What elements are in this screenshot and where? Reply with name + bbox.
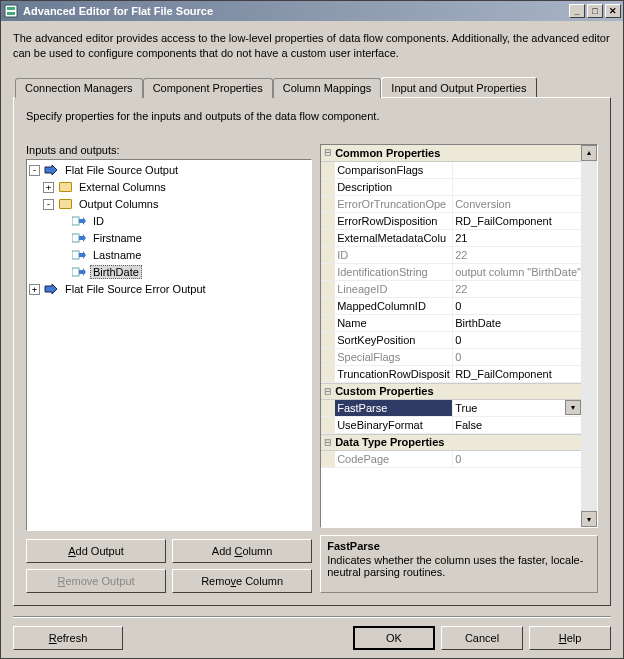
svg-rect-4: [72, 217, 79, 225]
refresh-button[interactable]: Refresh: [13, 626, 123, 650]
tab-component-properties[interactable]: Component Properties: [143, 78, 273, 98]
dropdown-icon[interactable]: ▾: [565, 400, 581, 415]
prop-row-selected[interactable]: FastParse True▾: [321, 400, 581, 417]
app-icon: [3, 3, 19, 19]
svg-marker-5: [79, 217, 86, 225]
collapse-icon[interactable]: ⊟: [321, 146, 335, 159]
prop-row[interactable]: ComparisonFlags: [321, 162, 581, 179]
prop-row[interactable]: Description: [321, 179, 581, 196]
left-column: Inputs and outputs: - Flat File Source O…: [26, 144, 312, 593]
output-icon: [43, 282, 59, 296]
tab-strip: Connection Managers Component Properties…: [15, 77, 611, 97]
close-button[interactable]: ✕: [605, 4, 621, 18]
help-button[interactable]: Help: [529, 626, 611, 650]
svg-rect-8: [72, 251, 79, 259]
tree-buttons: Add Output Add Column Remove Output Remo…: [26, 539, 312, 593]
help-text: Indicates whether the column uses the fa…: [327, 554, 591, 578]
svg-rect-1: [7, 7, 15, 10]
svg-rect-2: [7, 12, 15, 15]
window-controls: _ □ ✕: [569, 4, 621, 18]
tree-node[interactable]: External Columns: [76, 180, 169, 194]
cancel-button[interactable]: Cancel: [441, 626, 523, 650]
folder-icon: [57, 180, 73, 194]
prop-row[interactable]: UseBinaryFormatFalse: [321, 417, 581, 434]
tab-column-mappings[interactable]: Column Mappings: [273, 78, 382, 98]
tree-node[interactable]: ID: [90, 214, 107, 228]
scrollbar[interactable]: ▴ ▾: [581, 145, 597, 527]
window-title: Advanced Editor for Flat File Source: [23, 5, 569, 17]
add-column-button[interactable]: Add Column: [172, 539, 312, 563]
add-output-button[interactable]: Add Output: [26, 539, 166, 563]
prop-row[interactable]: ExternalMetadataColu21: [321, 230, 581, 247]
prop-row: CodePage0: [321, 451, 581, 468]
remove-column-button[interactable]: Remove Column: [172, 569, 312, 593]
prop-row: ErrorOrTruncationOpeConversion: [321, 196, 581, 213]
column-icon: [71, 214, 87, 228]
expander-icon[interactable]: -: [43, 199, 54, 210]
split-pane: Inputs and outputs: - Flat File Source O…: [26, 144, 598, 593]
svg-marker-9: [79, 251, 86, 259]
prop-row[interactable]: ErrorRowDispositionRD_FailComponent: [321, 213, 581, 230]
tab-connection-managers[interactable]: Connection Managers: [15, 78, 143, 98]
column-icon: [71, 248, 87, 262]
tree-node[interactable]: Output Columns: [76, 197, 161, 211]
prop-row[interactable]: NameBirthDate: [321, 315, 581, 332]
folder-open-icon: [57, 197, 73, 211]
prop-row[interactable]: SortKeyPosition0: [321, 332, 581, 349]
category-data-type: ⊟ Data Type Properties: [321, 434, 581, 451]
tree-view[interactable]: - Flat File Source Output +: [26, 159, 312, 531]
prop-row[interactable]: TruncationRowDispositRD_FailComponent: [321, 366, 581, 383]
tree-node[interactable]: Lastname: [90, 248, 144, 262]
category-common: ⊟ Common Properties: [321, 145, 581, 162]
window: Advanced Editor for Flat File Source _ □…: [0, 0, 624, 659]
prop-row: LineageID22: [321, 281, 581, 298]
prop-row: SpecialFlags0: [321, 349, 581, 366]
maximize-button[interactable]: □: [587, 4, 603, 18]
collapse-icon[interactable]: ⊟: [321, 385, 335, 398]
svg-rect-10: [72, 268, 79, 276]
svg-marker-11: [79, 268, 86, 276]
svg-marker-3: [45, 165, 57, 175]
collapse-icon[interactable]: ⊟: [321, 436, 335, 449]
expander-icon[interactable]: +: [29, 284, 40, 295]
divider: [13, 616, 611, 618]
tab-subtitle: Specify properties for the inputs and ou…: [26, 110, 598, 122]
prop-row[interactable]: MappedColumnID0: [321, 298, 581, 315]
svg-marker-7: [79, 234, 86, 242]
svg-rect-0: [5, 5, 17, 17]
svg-rect-6: [72, 234, 79, 242]
ok-button[interactable]: OK: [353, 626, 435, 650]
dialog-body: The advanced editor provides access to t…: [1, 21, 623, 658]
scroll-up-icon[interactable]: ▴: [581, 145, 597, 161]
property-grid[interactable]: ⊟ Common Properties ComparisonFlags Desc…: [320, 144, 598, 528]
tree-node[interactable]: Flat File Source Error Output: [62, 282, 209, 296]
scroll-down-icon[interactable]: ▾: [581, 511, 597, 527]
prop-row: ID22: [321, 247, 581, 264]
expander-icon[interactable]: +: [43, 182, 54, 193]
dialog-description: The advanced editor provides access to t…: [13, 31, 611, 61]
prop-row: IdentificationStringoutput column "Birth…: [321, 264, 581, 281]
svg-marker-12: [45, 284, 57, 294]
minimize-button[interactable]: _: [569, 4, 585, 18]
column-icon: [71, 265, 87, 279]
expander-icon[interactable]: -: [29, 165, 40, 176]
tab-panel: Specify properties for the inputs and ou…: [13, 97, 611, 606]
remove-output-button: Remove Output: [26, 569, 166, 593]
tree-node[interactable]: Firstname: [90, 231, 145, 245]
tab-input-output-properties[interactable]: Input and Output Properties: [381, 77, 536, 97]
category-custom: ⊟ Custom Properties: [321, 383, 581, 400]
footer: Refresh OK Cancel Help: [13, 626, 611, 650]
tree-label: Inputs and outputs:: [26, 144, 312, 156]
tree-node-selected[interactable]: BirthDate: [90, 265, 142, 279]
help-title: FastParse: [327, 540, 591, 552]
column-icon: [71, 231, 87, 245]
output-icon: [43, 163, 59, 177]
tree-node[interactable]: Flat File Source Output: [62, 163, 181, 177]
property-help: FastParse Indicates whether the column u…: [320, 535, 598, 593]
right-column: ⊟ Common Properties ComparisonFlags Desc…: [320, 144, 598, 593]
titlebar: Advanced Editor for Flat File Source _ □…: [1, 1, 623, 21]
